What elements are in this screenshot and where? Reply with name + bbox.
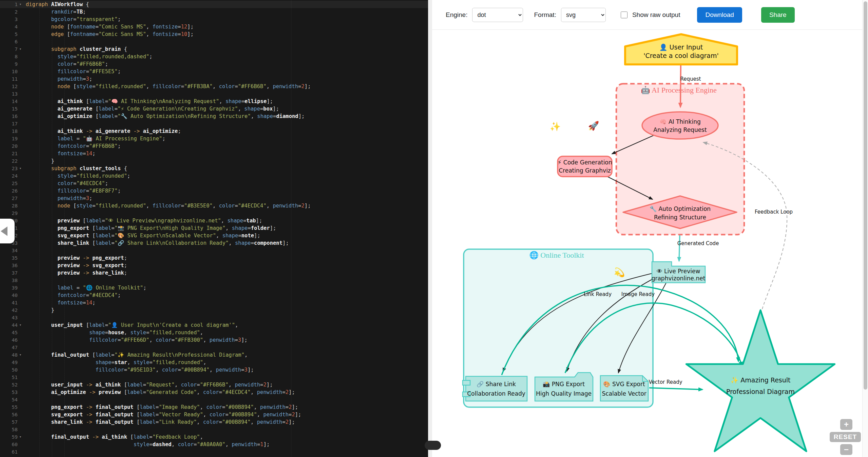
share-button[interactable]: Share [761, 7, 795, 23]
code-line[interactable]: 43 [0, 314, 428, 321]
code-line[interactable]: 26 fillcolor="#E8F8F7"; [0, 187, 428, 195]
engine-select[interactable]: dot [472, 8, 523, 22]
code-line[interactable]: 53 ai_optimize -> preview [label="Genera… [0, 389, 428, 396]
code-line[interactable]: 34 [0, 247, 428, 254]
code-line[interactable]: 1▾digraph AIWorkflow { [0, 1, 428, 8]
zoom-reset-button[interactable]: RESET [830, 432, 861, 442]
code-lines[interactable]: 1▾digraph AIWorkflow {2 rankdir=TB;3 bgc… [0, 1, 428, 456]
line-number: 22 [0, 157, 18, 165]
code-line[interactable]: 31 png_export [label="📸 PNG Export\nHigh… [0, 224, 428, 232]
splitter-drag-handle[interactable] [425, 441, 441, 450]
code-line[interactable]: 19 label = "🤖 AI Processing Engine"; [0, 135, 428, 142]
fold-arrow-icon[interactable]: ▾ [18, 165, 23, 172]
code-line[interactable]: 11 penwidth=3; [0, 75, 428, 83]
svg-export-line1: 🎨 SVG Export [603, 381, 645, 388]
fold-arrow-icon[interactable]: ▾ [18, 45, 23, 53]
show-raw-output-checkbox[interactable] [621, 12, 628, 18]
fold-spacer [18, 366, 23, 374]
code-line[interactable]: 15 ai_generate [label="⚡ Code Generation… [0, 105, 428, 113]
code-line[interactable]: 54 [0, 396, 428, 403]
code-line[interactable]: 57 share_link -> final_output [label="Li… [0, 418, 428, 426]
code-line[interactable]: 44▾ user_input [label="👤 User Input\n'Cr… [0, 321, 428, 329]
code-line[interactable]: 10 fillcolor="#FFE5E5"; [0, 68, 428, 75]
line-number: 11 [0, 75, 18, 83]
edge-label-generated-code: Generated Code [677, 240, 719, 246]
code-line[interactable]: 16 ai_optimize [label="🔧 Auto Optimizati… [0, 113, 428, 120]
code-line[interactable]: 40 fontcolor="#4ECDC4"; [0, 292, 428, 299]
code-line[interactable]: 39 label = "🌐 Online Toolkit"; [0, 284, 428, 292]
code-line[interactable]: 23▾ subgraph cluster_tools { [0, 165, 428, 172]
line-number: 35 [0, 254, 18, 262]
code-line[interactable]: 2 rankdir=TB; [0, 8, 428, 16]
code-line[interactable]: 45 shape=house, style="filled,rounded", [0, 329, 428, 336]
code-line[interactable]: 12 node [style="filled,rounded", fillcol… [0, 83, 428, 90]
fold-spacer [18, 142, 23, 150]
format-select[interactable]: svg [561, 8, 606, 22]
code-line[interactable]: 48▾ final_output [label="✨ Amazing Resul… [0, 351, 428, 359]
code-line[interactable]: 8 style="filled,rounded,dashed"; [0, 53, 428, 60]
line-number: 41 [0, 299, 18, 306]
code-editor-pane[interactable]: 1▾digraph AIWorkflow {2 rankdir=TB;3 bgc… [0, 0, 428, 457]
download-button[interactable]: Download [697, 7, 742, 23]
code-line[interactable]: 13 [0, 90, 428, 98]
code-line[interactable]: 35 preview -> png_export; [0, 254, 428, 262]
line-number: 28 [0, 202, 18, 210]
code-line[interactable]: 38 [0, 277, 428, 284]
code-line[interactable]: 28 node [style="filled,rounded", fillcol… [0, 202, 428, 210]
scrollbar-thumb[interactable] [864, 1, 867, 390]
code-line[interactable]: 46 fillcolor="#FFE66D", color="#FFB300",… [0, 336, 428, 344]
fold-arrow-icon[interactable]: ▾ [18, 1, 23, 8]
code-line[interactable]: 59▾ final_output -> ai_think [label="Fee… [0, 433, 428, 441]
code-line[interactable]: 14 ai_think [label="🧠 AI Thinking\nAnaly… [0, 98, 428, 105]
code-line[interactable]: 51 [0, 374, 428, 381]
code-line[interactable]: 25 color="#4ECDC4"; [0, 180, 428, 187]
code-line[interactable]: 17 [0, 120, 428, 127]
code-line[interactable]: 5 edge [fontname="Comic Sans MS", fontsi… [0, 31, 428, 38]
fold-arrow-icon[interactable]: ▾ [18, 433, 23, 441]
fold-spacer [18, 60, 23, 68]
code-line[interactable]: 58 [0, 426, 428, 433]
code-line[interactable]: 24 style="filled,rounded"; [0, 172, 428, 180]
code-line[interactable]: 4 node [fontname="Comic Sans MS", fontsi… [0, 23, 428, 31]
fold-spacer [18, 210, 23, 217]
vertical-scrollbar[interactable] [862, 0, 868, 457]
node-ai-think [642, 112, 718, 139]
code-line[interactable]: 21 fontsize=14; [0, 150, 428, 157]
line-number: 49 [0, 359, 18, 366]
fold-spacer [18, 157, 23, 165]
code-line[interactable]: 29 [0, 210, 428, 217]
code-line[interactable]: 6 [0, 38, 428, 45]
code-line[interactable]: 18 ai_think -> ai_generate -> ai_optimiz… [0, 127, 428, 135]
zoom-in-button[interactable]: + [840, 419, 852, 430]
code-line[interactable]: 36 preview -> svg_export; [0, 262, 428, 269]
code-line[interactable]: 37 preview -> share_link; [0, 269, 428, 277]
code-line[interactable]: 33 share_link [label="🔗 Share Link\nColl… [0, 239, 428, 247]
code-line[interactable]: 3 bgcolor="transparent"; [0, 16, 428, 23]
code-line[interactable]: 47 [0, 344, 428, 351]
code-line[interactable]: 20 fontcolor="#FF6B6B"; [0, 142, 428, 150]
fold-spacer [18, 284, 23, 292]
code-line[interactable]: 50 fillcolor="#95E1D3", color="#00B894",… [0, 366, 428, 374]
code-line[interactable]: 52 user_input -> ai_think [label="Reques… [0, 381, 428, 389]
code-line[interactable]: 27 penwidth=3; [0, 195, 428, 202]
graph-canvas[interactable]: 🤖 AI Processing Engine 🌐 Online Toolkit … [432, 0, 868, 457]
pane-splitter[interactable] [428, 0, 432, 457]
line-number: 56 [0, 411, 18, 418]
code-line[interactable]: 49 shape=star, style="filled,rounded", [0, 359, 428, 366]
code-line[interactable]: 30 preview [label="👁 Live Preview\ngraph… [0, 217, 428, 224]
code-line[interactable]: 9 color="#FF6B6B"; [0, 60, 428, 68]
code-line[interactable]: 7▾ subgraph cluster_brain { [0, 45, 428, 53]
collapse-editor-button[interactable] [0, 219, 15, 243]
code-line[interactable]: 55 png_export -> final_output [label="Im… [0, 403, 428, 411]
code-line[interactable]: 22 } [0, 157, 428, 165]
fold-arrow-icon[interactable]: ▾ [18, 351, 23, 359]
code-line[interactable]: 42 } [0, 306, 428, 314]
code-line[interactable]: 61 [0, 448, 428, 456]
line-number: 9 [0, 60, 18, 68]
code-line[interactable]: 56 svg_export -> final_output [label="Ve… [0, 411, 428, 418]
code-line[interactable]: 41 fontsize=14; [0, 299, 428, 306]
fold-arrow-icon[interactable]: ▾ [18, 321, 23, 329]
zoom-out-button[interactable]: − [840, 444, 852, 455]
code-line[interactable]: 60 style=dashed, color="#A0A0A0", penwid… [0, 441, 428, 448]
code-line[interactable]: 32 svg_export [label="🎨 SVG Export\nScal… [0, 232, 428, 239]
